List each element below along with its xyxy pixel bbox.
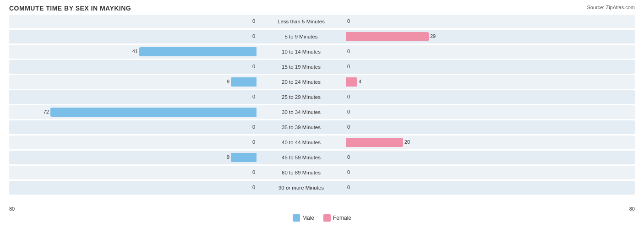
- female-value: 0: [347, 124, 350, 130]
- female-side: 0: [346, 90, 593, 104]
- female-value: 0: [347, 185, 350, 190]
- male-value: 0: [252, 139, 255, 145]
- male-side: 0: [9, 120, 257, 134]
- legend-male: Male: [293, 214, 314, 222]
- legend-male-box: [293, 214, 300, 222]
- female-side: 0: [346, 181, 593, 195]
- table-row: 920 to 24 Minutes4: [9, 75, 635, 89]
- row-label: 5 to 9 Minutes: [257, 34, 346, 39]
- row-label: 10 to 14 Minutes: [257, 49, 346, 54]
- male-value: 0: [252, 124, 255, 130]
- female-side: 0: [346, 166, 593, 179]
- table-row: 035 to 39 Minutes0: [9, 120, 635, 134]
- female-side: 0: [346, 15, 593, 28]
- male-side: 0: [9, 181, 257, 195]
- row-label: Less than 5 Minutes: [257, 19, 346, 24]
- table-row: 0Less than 5 Minutes0: [9, 15, 635, 28]
- female-side: 29: [346, 30, 593, 43]
- female-value: 0: [347, 49, 350, 54]
- male-value: 41: [132, 49, 138, 54]
- table-row: 060 to 89 Minutes0: [9, 166, 635, 179]
- table-row: 4110 to 14 Minutes0: [9, 45, 635, 59]
- male-side: 0: [9, 90, 257, 104]
- legend: Male Female: [9, 214, 635, 222]
- male-bar: [231, 77, 257, 87]
- male-bar: [231, 153, 257, 162]
- source-label: Source: ZipAtlas.com: [587, 5, 635, 10]
- row-label: 35 to 39 Minutes: [257, 125, 346, 130]
- axis-max: 80: [629, 206, 635, 212]
- male-side: 0: [9, 166, 257, 179]
- table-row: 945 to 59 Minutes0: [9, 151, 635, 164]
- male-bar: [139, 47, 257, 56]
- male-side: 0: [9, 60, 257, 74]
- male-value: 0: [252, 185, 255, 190]
- female-value: 4: [359, 79, 361, 84]
- female-side: 0: [346, 105, 593, 119]
- male-value: 0: [252, 18, 255, 24]
- male-side: 0: [9, 15, 257, 28]
- legend-female-box: [323, 214, 331, 222]
- male-bar: [50, 108, 257, 117]
- male-side: 0: [9, 136, 257, 149]
- female-side: 0: [346, 120, 593, 134]
- male-value: 0: [252, 33, 255, 39]
- row-label: 45 to 59 Minutes: [257, 155, 346, 160]
- table-row: 040 to 44 Minutes20: [9, 136, 635, 149]
- male-side: 0: [9, 30, 257, 43]
- female-side: 0: [346, 45, 593, 59]
- female-side: 4: [346, 75, 593, 89]
- axis-labels: 80 80: [9, 206, 635, 212]
- female-side: 0: [346, 151, 593, 164]
- female-bar: [346, 138, 403, 147]
- row-label: 60 to 89 Minutes: [257, 170, 346, 175]
- female-value: 0: [347, 18, 350, 24]
- legend-male-label: Male: [302, 215, 314, 221]
- axis-spacer: [15, 206, 629, 212]
- male-value: 0: [252, 94, 255, 99]
- row-label: 90 or more Minutes: [257, 185, 346, 190]
- male-side: 41: [9, 45, 257, 59]
- female-value: 29: [430, 33, 436, 39]
- row-label: 30 to 34 Minutes: [257, 109, 346, 115]
- male-side: 9: [9, 151, 257, 164]
- legend-female: Female: [323, 214, 351, 222]
- male-side: 72: [9, 105, 257, 119]
- female-value: 0: [347, 64, 350, 69]
- female-value: 0: [347, 154, 350, 160]
- female-bar: [346, 77, 357, 87]
- row-label: 40 to 44 Minutes: [257, 140, 346, 145]
- female-side: 20: [346, 136, 593, 149]
- table-row: 015 to 19 Minutes0: [9, 60, 635, 74]
- male-value: 0: [252, 169, 255, 175]
- table-row: 05 to 9 Minutes29: [9, 30, 635, 43]
- male-side: 9: [9, 75, 257, 89]
- table-row: 025 to 29 Minutes0: [9, 90, 635, 104]
- male-value: 0: [252, 64, 255, 69]
- female-side: 0: [346, 60, 593, 74]
- chart-container: COMMUTE TIME BY SEX IN MAYKING Source: Z…: [0, 0, 644, 239]
- table-row: 090 or more Minutes0: [9, 181, 635, 195]
- female-value: 0: [347, 109, 350, 114]
- table-row: 7230 to 34 Minutes0: [9, 105, 635, 119]
- axis-min: 80: [9, 206, 15, 212]
- male-value: 72: [44, 109, 49, 114]
- female-value: 0: [347, 94, 350, 99]
- female-value: 20: [404, 139, 410, 145]
- male-value: 9: [227, 79, 229, 84]
- row-label: 20 to 24 Minutes: [257, 79, 346, 85]
- chart-grid: 0Less than 5 Minutes005 to 9 Minutes2941…: [9, 15, 635, 205]
- row-label: 25 to 29 Minutes: [257, 94, 346, 100]
- male-value: 9: [227, 154, 229, 160]
- legend-female-label: Female: [333, 215, 351, 221]
- chart-title: COMMUTE TIME BY SEX IN MAYKING: [9, 5, 635, 12]
- row-label: 15 to 19 Minutes: [257, 64, 346, 70]
- female-value: 0: [347, 169, 350, 175]
- female-bar: [346, 32, 429, 41]
